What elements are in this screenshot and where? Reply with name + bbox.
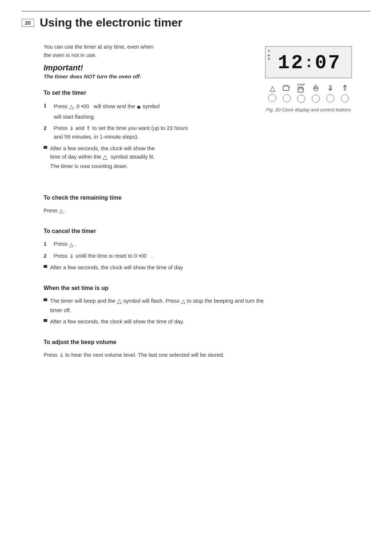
clock-time: 12:07 — [278, 52, 342, 74]
pot-ctrl-icon — [283, 84, 291, 92]
stop-ctrl-circle — [297, 95, 305, 103]
ctrl-up-button: ⇑ — [341, 84, 349, 102]
bell-ctrl-circle — [268, 94, 276, 102]
section-title-adjust-beep: To adjust the beep volume — [44, 339, 370, 346]
important-title: Important! — [44, 63, 247, 73]
ctrl-hand-button — [312, 83, 320, 103]
section-title-cancel-timer: To cancel the timer — [44, 228, 370, 234]
bell-icon-small-1: △ — [69, 102, 74, 111]
section-check-remaining: To check the remaining time Press △ . — [44, 195, 370, 215]
section-title-when-time-up: When the set time is up — [44, 285, 370, 291]
alarm-bottom-num: 0 — [268, 58, 271, 61]
down-icon-cancel: ⇓ — [69, 252, 74, 260]
page-header: 20 Using the electronic timer — [22, 11, 370, 29]
set-timer-bullet-list: After a few seconds, the clock will show… — [44, 144, 247, 171]
section-title-set-timer: To set the timer — [44, 90, 247, 96]
cancel-step-2-text: Press ⇓ unitil the time is reset to 0 •0… — [54, 252, 153, 261]
cancel-bullet-sq — [44, 265, 47, 268]
step-2-text: Press ⇓ and ⇑ to set the time you want (… — [54, 124, 188, 141]
bell-icon-check: △ — [59, 207, 64, 215]
stop-ctrl-icon: STOP — [298, 83, 305, 93]
when-up-bullet-sq-2 — [44, 319, 47, 322]
when-up-bullet-1: The timer will beep and the △ symbol wil… — [44, 297, 370, 315]
cancel-step-num-1: 1 — [44, 240, 50, 248]
section-title-check-remaining: To check the remaining time — [44, 195, 370, 201]
down-ctrl-circle — [326, 94, 334, 102]
section-adjust-beep: To adjust the beep volume Press ⇓ to hea… — [44, 339, 370, 360]
when-up-bullet-2: After a few seconds, the clock will show… — [44, 317, 370, 326]
cancel-bullet-1-text: After a few seconds, the clock will show… — [50, 263, 183, 271]
set-timer-bullet-1: After a few seconds, the clock will show… — [44, 144, 247, 171]
when-up-bullet-sq-1 — [44, 298, 47, 301]
ctrl-pot-button — [283, 84, 291, 102]
down-ctrl-icon: ⇓ — [327, 84, 334, 92]
when-time-up-bullet-list: The timer will beep and the △ symbol wil… — [44, 297, 370, 326]
cancel-step-2: 2 Press ⇓ unitil the time is reset to 0 … — [44, 252, 370, 261]
section-set-timer: To set the timer 1 Press △. 0 •00 will s… — [44, 90, 247, 171]
down-icon-beep: ⇓ — [59, 351, 64, 359]
up-ctrl-icon: ⇑ — [342, 84, 348, 92]
fig-caption: Fig. 20 Clock display and control button… — [266, 107, 351, 113]
up-ctrl-circle — [341, 94, 349, 102]
bell-icon-flash: △ — [117, 297, 122, 306]
page-title: Using the electronic timer — [40, 16, 183, 29]
bullet-1-text: After a few seconds, the clock will show… — [50, 144, 155, 171]
important-block: Important! The timer does NOT turn the o… — [44, 63, 247, 79]
intro-text: You can use the timer at any time, even … — [44, 42, 247, 60]
control-buttons-row: △ STO — [268, 83, 349, 103]
cancel-timer-numbered-list: 1 Press △ . 2 Press ⇓ unitil the time is… — [44, 240, 370, 260]
down-icon-1: ⇓ — [69, 124, 74, 132]
clock-display-area: A ● 0 12:07 △ — [247, 46, 370, 113]
step-number-1: 1 — [44, 101, 50, 110]
cancel-bullet-1: After a few seconds, the clock will show… — [44, 263, 370, 271]
bell-icon-large-1: ● — [136, 101, 141, 113]
stop-label-text: STOP — [298, 83, 305, 86]
bell-ctrl-icon: △ — [270, 85, 275, 92]
alarm-top-letter: A — [268, 50, 271, 53]
set-timer-step-1: 1 Press △. 0 •00 will show and the ● sym… — [44, 101, 247, 121]
section-when-time-up: When the set time is up The timer will b… — [44, 285, 370, 326]
svg-rect-0 — [283, 86, 289, 90]
bell-icon-cancel-1: △ — [69, 240, 74, 249]
top-section: You can use the timer at any time, even … — [22, 42, 370, 184]
pot-ctrl-circle — [283, 94, 291, 102]
cancel-step-num-2: 2 — [44, 252, 50, 260]
check-remaining-para: Press △ . — [44, 206, 370, 215]
set-timer-step-2: 2 Press ⇓ and ⇑ to set the time you want… — [44, 124, 247, 141]
cancel-step-1-text: Press △ . — [54, 240, 77, 249]
clock-display: A ● 0 12:07 — [265, 46, 352, 78]
page-number: 20 — [22, 19, 34, 27]
bell-icon-stop-beep: △ — [181, 297, 185, 305]
svg-rect-5 — [298, 87, 303, 92]
cancel-timer-bullet-list: After a few seconds, the clock will show… — [44, 263, 370, 271]
hand-ctrl-icon — [313, 83, 319, 93]
important-body: The timer does NOT turn the oven off. — [44, 73, 247, 79]
hand-ctrl-circle — [312, 95, 320, 103]
bullet-square-1 — [44, 146, 47, 149]
bell-icon-inline-1: △ — [103, 152, 107, 162]
ctrl-bell-button: △ — [268, 85, 276, 102]
up-icon-1: ⇑ — [86, 124, 91, 132]
when-up-bullet-1-text: The timer will beep and the △ symbol wil… — [50, 297, 264, 315]
alarm-indicator: A ● 0 — [268, 50, 272, 61]
section-cancel-timer: To cancel the timer 1 Press △ . 2 Press … — [44, 228, 370, 272]
set-timer-numbered-list: 1 Press △. 0 •00 will show and the ● sym… — [44, 101, 247, 141]
ctrl-down-button: ⇓ — [326, 84, 334, 102]
step-1-text: Press △. 0 •00 will show and the ● symbo… — [54, 101, 160, 121]
ctrl-stop-button: STOP — [297, 83, 305, 103]
cancel-step-1: 1 Press △ . — [44, 240, 370, 249]
adjust-beep-para: Press ⇓ to hear the next volume level. T… — [44, 351, 370, 360]
when-up-bullet-2-text: After a few seconds, the clock will show… — [50, 317, 184, 326]
top-left-content: You can use the timer at any time, even … — [22, 42, 247, 184]
step-number-2: 2 — [44, 124, 50, 132]
